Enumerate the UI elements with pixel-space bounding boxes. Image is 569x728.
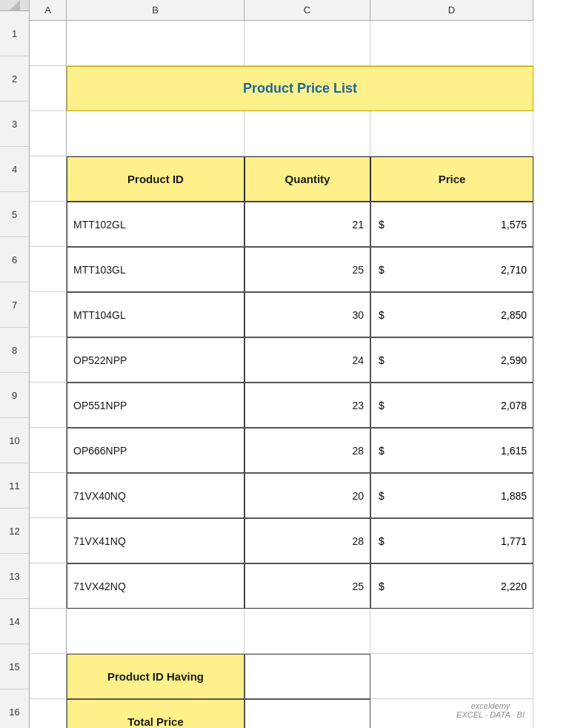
table-row: 71VX40NQ 20 $ 1,885 (30, 473, 569, 518)
cell-a14[interactable] (30, 609, 67, 654)
grid-row-14 (30, 609, 569, 654)
cell-a7[interactable] (30, 292, 67, 337)
cell-c6[interactable]: 25 (244, 247, 370, 292)
table-row: MTT104GL 30 $ 2,850 (30, 292, 569, 337)
col-header-b[interactable]: B (67, 0, 244, 21)
cell-b5[interactable]: MTT102GL (67, 202, 244, 247)
summary-label-2: Total Price (67, 699, 244, 728)
cell-a13[interactable] (30, 563, 67, 609)
row-header-4[interactable]: 4 (0, 147, 30, 192)
row-header-13[interactable]: 13 (0, 554, 30, 599)
cell-b3[interactable] (67, 111, 244, 156)
cell-d11[interactable]: $ 1,885 (370, 473, 533, 518)
cell-c14[interactable] (244, 609, 370, 654)
col-headers: A B C D (30, 0, 569, 21)
cell-a15[interactable] (30, 654, 67, 699)
cell-d8[interactable]: $ 2,590 (370, 337, 533, 383)
cell-b10[interactable]: OP666NPP (67, 428, 244, 473)
cell-a12[interactable] (30, 518, 67, 563)
cell-d7[interactable]: $ 2,850 (370, 292, 533, 337)
cell-a6[interactable] (30, 247, 67, 292)
table-row: MTT103GL 25 $ 2,710 (30, 247, 569, 292)
main-area: A B C D Product Price List (30, 0, 569, 728)
table-row: OP522NPP 24 $ 2,590 (30, 337, 569, 383)
row-header-8[interactable]: 8 (0, 328, 30, 373)
row-header-9[interactable]: 9 (0, 373, 30, 418)
cell-d1[interactable] (370, 21, 533, 66)
cell-d9[interactable]: $ 2,078 (370, 383, 533, 428)
row-header-3[interactable]: 3 (0, 102, 30, 147)
cell-b1[interactable] (67, 21, 244, 66)
row-header-11[interactable]: 11 (0, 463, 30, 509)
table-row: MTT102GL 21 $ 1,575 (30, 202, 569, 247)
cell-b11[interactable]: 71VX40NQ (67, 473, 244, 518)
grid-row-1 (30, 21, 569, 66)
cell-d6[interactable]: $ 2,710 (370, 247, 533, 292)
grid-rows: Product Price List Product ID Quantity (30, 21, 569, 728)
cell-d15[interactable] (370, 654, 533, 699)
grid-row-3 (30, 111, 569, 156)
row-header-5[interactable]: 5 (0, 192, 30, 237)
header-quantity: Quantity (244, 156, 370, 202)
grid-row-2: Product Price List (30, 66, 569, 111)
row-header-1[interactable]: 1 (0, 11, 30, 56)
cell-a2[interactable] (30, 66, 67, 111)
row-header-15[interactable]: 15 (0, 644, 30, 689)
cell-d14[interactable] (370, 609, 533, 654)
cell-d5[interactable]: $ 1,575 (370, 202, 533, 247)
cell-b14[interactable] (67, 609, 244, 654)
cell-a11[interactable] (30, 473, 67, 518)
cell-b12[interactable]: 71VX41NQ (67, 518, 244, 563)
spreadsheet: 1 2 3 4 5 6 7 8 9 10 11 12 13 14 15 16 A… (0, 0, 569, 728)
table-row: OP551NPP 23 $ 2,078 (30, 383, 569, 428)
row-header-2[interactable]: 2 (0, 56, 30, 102)
cell-c3[interactable] (244, 111, 370, 156)
cell-c12[interactable]: 28 (244, 518, 370, 563)
cell-c10[interactable]: 28 (244, 428, 370, 473)
col-header-d[interactable]: D (370, 0, 533, 21)
cell-a5[interactable] (30, 202, 67, 247)
cell-a8[interactable] (30, 337, 67, 383)
cell-b8[interactable]: OP522NPP (67, 337, 244, 383)
cell-b9[interactable]: OP551NPP (67, 383, 244, 428)
cell-d10[interactable]: $ 1,615 (370, 428, 533, 473)
summary-label-1: Product ID Having (67, 654, 244, 699)
cell-a1[interactable] (30, 21, 67, 66)
row-header-6[interactable]: 6 (0, 237, 30, 282)
summary-row-1: Product ID Having (30, 654, 569, 699)
cell-c11[interactable]: 20 (244, 473, 370, 518)
cell-b6[interactable]: MTT103GL (67, 247, 244, 292)
cell-c5[interactable]: 21 (244, 202, 370, 247)
row-header-14[interactable]: 14 (0, 599, 30, 644)
col-header-c[interactable]: C (244, 0, 370, 21)
cell-d12[interactable]: $ 1,771 (370, 518, 533, 563)
cell-a3[interactable] (30, 111, 67, 156)
row-header-16[interactable]: 16 (0, 689, 30, 728)
summary-value-1[interactable] (244, 654, 370, 699)
cell-d3[interactable] (370, 111, 533, 156)
summary-value-2[interactable] (244, 699, 370, 728)
table-row: 71VX42NQ 25 $ 2,220 (30, 563, 569, 609)
cell-c1[interactable] (244, 21, 370, 66)
row-header-7[interactable]: 7 (0, 282, 30, 328)
cell-a4[interactable] (30, 156, 67, 202)
cell-a9[interactable] (30, 383, 67, 428)
row-header-12[interactable]: 12 (0, 509, 30, 554)
cell-c7[interactable]: 30 (244, 292, 370, 337)
corner-cell (0, 0, 30, 11)
cell-c8[interactable]: 24 (244, 337, 370, 383)
cell-a16[interactable] (30, 699, 67, 728)
row-header-10[interactable]: 10 (0, 418, 30, 463)
row-headers: 1 2 3 4 5 6 7 8 9 10 11 12 13 14 15 16 (0, 0, 30, 728)
watermark: exceldemy EXCEL · DATA · BI (456, 701, 525, 719)
cell-b13[interactable]: 71VX42NQ (67, 563, 244, 609)
cell-a10[interactable] (30, 428, 67, 473)
cell-d13[interactable]: $ 2,220 (370, 563, 533, 609)
grid-row-4: Product ID Quantity Price (30, 156, 569, 202)
cell-c13[interactable]: 25 (244, 563, 370, 609)
table-row: OP666NPP 28 $ 1,615 (30, 428, 569, 473)
cell-b7[interactable]: MTT104GL (67, 292, 244, 337)
col-header-a[interactable]: A (30, 0, 67, 21)
cell-c9[interactable]: 23 (244, 383, 370, 428)
title-cell: Product Price List (67, 66, 533, 111)
